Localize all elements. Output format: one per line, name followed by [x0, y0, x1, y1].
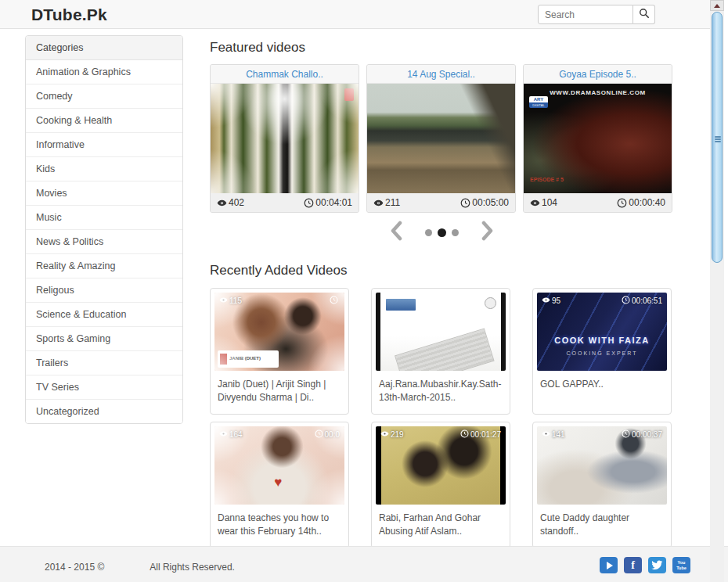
- facebook-icon[interactable]: f: [624, 557, 642, 573]
- views-stat: 211: [373, 197, 400, 208]
- search-icon: [639, 8, 650, 21]
- sidebar-item-cooking-health[interactable]: Cooking & Health: [26, 109, 182, 133]
- clock-icon: [622, 429, 630, 440]
- heart-graphic: ♥: [274, 475, 282, 490]
- sidebar-item-comedy[interactable]: Comedy: [26, 84, 182, 109]
- carousel-controls: [210, 219, 673, 246]
- featured-video-stats: 104 00:00:40: [524, 193, 672, 212]
- show-logo: [386, 299, 416, 311]
- views-overlay: 164: [219, 429, 243, 440]
- sidebar-item-religous[interactable]: Religous: [26, 278, 182, 303]
- sidebar-item-sports-gaming[interactable]: Sports & Gaming: [26, 327, 182, 351]
- featured-video-title-link[interactable]: Goyaa Episode 5..: [524, 65, 672, 84]
- video-thumbnail[interactable]: 219 00:01:27: [376, 426, 506, 505]
- duration-text: 00:00:40: [629, 197, 665, 208]
- video-title[interactable]: Rabi, Farhan And Gohar Abusing Atif Asla…: [376, 505, 506, 544]
- sidebar-item-informative[interactable]: Informative: [26, 133, 182, 157]
- sidebar-item-tv-series[interactable]: TV Series: [26, 375, 182, 400]
- play-icon: [607, 562, 613, 569]
- sidebar-item-uncategorized[interactable]: Uncategorized: [26, 400, 182, 423]
- featured-card: Chammak Challo.. 402 00:04:01: [210, 64, 359, 213]
- video-card: 95 00:06:51 COOK WITH FAIZA COOKING EXPE…: [532, 288, 672, 415]
- clock-icon: [617, 198, 627, 208]
- newspaper-graphic: [395, 328, 495, 371]
- video-card: 141 00:00:37 Cute Daddy daughter standof…: [532, 422, 672, 548]
- clock-icon: [622, 296, 630, 306]
- carousel-dots: [425, 228, 459, 237]
- browser-scrollbar: [710, 0, 724, 582]
- carousel-next-button[interactable]: [479, 221, 495, 244]
- featured-video-thumbnail[interactable]: WWW.DRAMASONLINE.COM ARY DIGITAL EPISODE…: [524, 84, 672, 193]
- clock-icon: [460, 198, 470, 208]
- views-overlay: 95: [542, 296, 560, 306]
- video-title[interactable]: Cute Daddy daughter standoff..: [537, 505, 667, 544]
- thumbnail-subtitle-text: COOKING EXPERT: [537, 350, 667, 356]
- carousel-dot[interactable]: [425, 229, 432, 236]
- featured-video-title-link[interactable]: Chammak Challo..: [211, 65, 359, 84]
- search-group: [538, 5, 655, 24]
- views-stat: 402: [217, 197, 244, 208]
- views-count: 104: [542, 197, 557, 208]
- sidebar-item-news-politics[interactable]: News & Politics: [26, 230, 182, 254]
- video-title[interactable]: Danna teaches you how to wear this Febru…: [214, 505, 344, 544]
- featured-heading: Featured videos: [210, 40, 673, 56]
- chevron-right-icon: [479, 221, 495, 244]
- video-thumbnail[interactable]: 115 JANIB (DUET): [214, 293, 344, 371]
- video-thumbnail[interactable]: 141 00:00:37: [537, 426, 667, 505]
- video-title[interactable]: Janib (Duet) | Arijit Singh | Divyendu S…: [214, 371, 344, 410]
- search-button[interactable]: [633, 5, 655, 24]
- featured-video-stats: 402 00:04:01: [211, 193, 359, 212]
- footer: 2014 - 2015 © All Rights Reserved. f You…: [0, 546, 728, 582]
- duration-overlay: [330, 296, 340, 306]
- youtube-icon[interactable]: You Tube: [672, 557, 690, 573]
- site-logo[interactable]: DTube.Pk: [31, 5, 107, 24]
- video-thumbnail[interactable]: [376, 293, 506, 371]
- thumbnail-watermark-text: WWW.DRAMASONLINE.COM: [524, 89, 672, 96]
- clock-icon: [460, 429, 469, 440]
- thumbnail-title-text: COOK WITH FAIZA: [537, 336, 667, 345]
- scrollbar-thumb[interactable]: [712, 12, 723, 263]
- twitter-icon[interactable]: [648, 557, 666, 573]
- carousel-dot-active[interactable]: [438, 228, 446, 237]
- eye-icon: [542, 429, 550, 440]
- sidebar-item-music[interactable]: Music: [26, 206, 182, 230]
- featured-video-title-link[interactable]: 14 Aug Special..: [367, 65, 515, 84]
- featured-video-thumbnail[interactable]: [211, 84, 359, 193]
- featured-video-stats: 211 00:05:00: [367, 193, 515, 212]
- recent-heading: Recently Added Videos: [210, 263, 673, 278]
- scrollbar-grip: [715, 136, 721, 138]
- rights-reserved: All Rights Reserved.: [150, 562, 235, 573]
- footer-text: 2014 - 2015 © All Rights Reserved.: [45, 562, 235, 573]
- views-count: 402: [229, 197, 244, 208]
- clock-icon: [304, 198, 314, 208]
- duration-overlay: 00:01:27: [460, 429, 501, 440]
- sidebar-item-movies[interactable]: Movies: [26, 181, 182, 206]
- video-thumbnail[interactable]: 95 00:06:51 COOK WITH FAIZA COOKING EXPE…: [537, 293, 667, 371]
- eye-icon: [380, 429, 389, 440]
- duration-text: 00:05:00: [472, 197, 509, 208]
- poster-accent: [220, 354, 227, 365]
- eye-icon: [219, 296, 228, 306]
- carousel-dot[interactable]: [452, 229, 459, 236]
- carousel-prev-button[interactable]: [389, 221, 405, 244]
- video-site-link[interactable]: [600, 557, 618, 573]
- featured-video-thumbnail[interactable]: [367, 84, 515, 193]
- duration-overlay: 00:0: [315, 429, 340, 440]
- video-title[interactable]: Aaj.Rana.Mubashir.Kay.Sath-13th-March-20…: [376, 371, 506, 410]
- main-content: Featured videos Chammak Challo.. 402 00:…: [210, 35, 673, 548]
- duration-text: 00:04:01: [315, 197, 352, 208]
- channel-logo-badge: [344, 88, 354, 101]
- sidebar-item-animation-graphics[interactable]: Animation & Graphics: [26, 60, 182, 84]
- video-title[interactable]: GOL GAPPAY..: [537, 371, 667, 410]
- sidebar-item-trailers[interactable]: Trailers: [26, 351, 182, 375]
- video-thumbnail[interactable]: ♥ 164 00:0: [214, 426, 344, 505]
- sidebar-item-kids[interactable]: Kids: [26, 157, 182, 181]
- clock-icon: [315, 429, 323, 440]
- views-count: 211: [385, 197, 400, 208]
- video-card: ♥ 164 00:0 Danna teaches you how to wear…: [210, 422, 349, 548]
- scrollbar-up-button[interactable]: [710, 0, 724, 11]
- sidebar-item-reality-amazing[interactable]: Reality & Amazing: [26, 254, 182, 278]
- sidebar-item-science-education[interactable]: Science & Education: [26, 303, 182, 327]
- search-input[interactable]: [538, 5, 633, 24]
- views-overlay: 115: [219, 296, 242, 306]
